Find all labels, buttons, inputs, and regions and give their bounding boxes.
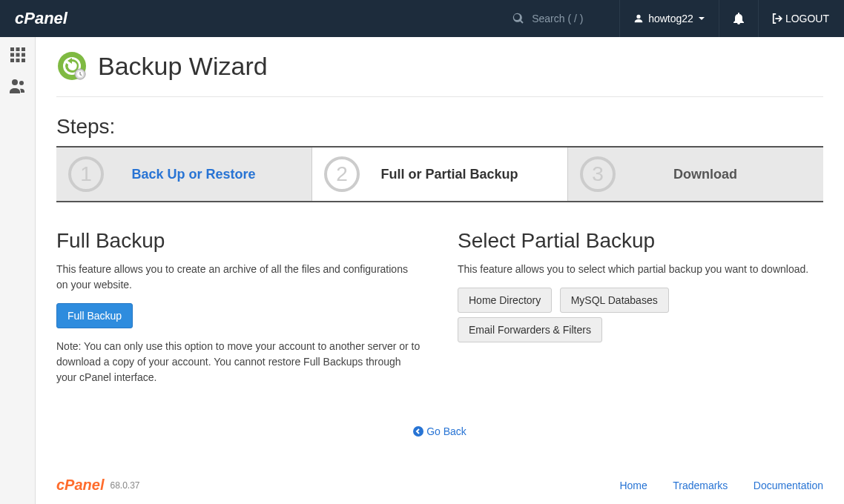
svg-point-10 bbox=[19, 81, 24, 85]
username: howtog22 bbox=[648, 13, 693, 24]
arrow-left-icon bbox=[413, 426, 423, 437]
footer-cpanel-logo: cPanel bbox=[56, 477, 104, 494]
step-2-number: 2 bbox=[324, 156, 360, 192]
svg-rect-1 bbox=[16, 47, 19, 51]
footer: cPanel 68.0.37 Home Trademarks Documenta… bbox=[56, 440, 823, 494]
svg-rect-3 bbox=[10, 53, 14, 57]
step-2: 2 Full or Partial Backup bbox=[312, 147, 568, 201]
footer-version: 68.0.37 bbox=[110, 480, 139, 491]
logout-icon bbox=[772, 13, 782, 24]
partial-backup-desc: This feature allows you to select which … bbox=[458, 262, 823, 277]
page-title: Backup Wizard bbox=[98, 52, 268, 81]
svg-rect-8 bbox=[22, 59, 25, 62]
search-wrap bbox=[512, 13, 606, 24]
step-3-label: Download bbox=[629, 167, 782, 182]
svg-point-15 bbox=[413, 426, 423, 437]
svg-rect-5 bbox=[22, 53, 25, 57]
backup-wizard-icon bbox=[56, 50, 88, 82]
svg-point-9 bbox=[12, 79, 18, 85]
logout-button[interactable]: LOGOUT bbox=[772, 13, 829, 24]
full-backup-desc: This feature allows you to create an arc… bbox=[56, 262, 422, 293]
go-back-label: Go Back bbox=[426, 425, 466, 437]
full-backup-section: Full Backup This feature allows you to c… bbox=[56, 229, 422, 396]
full-backup-note: Note: You can only use this option to mo… bbox=[56, 339, 422, 385]
footer-link-trademarks[interactable]: Trademarks bbox=[673, 480, 728, 491]
full-backup-button[interactable]: Full Backup bbox=[56, 303, 133, 328]
partial-backup-buttons: Home Directory MySQL Databases Email For… bbox=[458, 288, 823, 347]
page-header: Backup Wizard bbox=[56, 50, 823, 97]
step-2-label: Full or Partial Backup bbox=[373, 167, 526, 182]
go-back-wrap: Go Back bbox=[56, 425, 823, 440]
go-back-link[interactable]: Go Back bbox=[413, 425, 466, 437]
steps-row: 1 Back Up or Restore 2 Full or Partial B… bbox=[56, 146, 823, 202]
step-1-number: 1 bbox=[68, 156, 104, 192]
partial-backup-section: Select Partial Backup This feature allow… bbox=[458, 229, 823, 396]
sidebar bbox=[0, 37, 36, 504]
user-icon bbox=[633, 13, 644, 24]
svg-rect-0 bbox=[10, 47, 14, 51]
topbar: cPanel howtog22 LOGOUT bbox=[0, 0, 844, 37]
svg-rect-2 bbox=[22, 47, 25, 51]
footer-link-home[interactable]: Home bbox=[619, 480, 647, 491]
search-input[interactable] bbox=[532, 13, 606, 24]
notifications-icon[interactable] bbox=[733, 13, 745, 24]
chevron-down-icon bbox=[698, 15, 705, 22]
users-icon[interactable] bbox=[8, 77, 27, 96]
apps-icon[interactable] bbox=[9, 46, 27, 64]
footer-link-documentation[interactable]: Documentation bbox=[754, 480, 823, 491]
step-1-label: Back Up or Restore bbox=[117, 167, 270, 182]
steps-label: Steps: bbox=[56, 115, 823, 139]
mysql-databases-button[interactable]: MySQL Databases bbox=[560, 288, 669, 313]
step-3-number: 3 bbox=[580, 156, 616, 192]
svg-rect-4 bbox=[16, 53, 19, 57]
cpanel-logo[interactable]: cPanel bbox=[15, 9, 67, 28]
email-forwarders-button[interactable]: Email Forwarders & Filters bbox=[458, 317, 602, 342]
search-icon[interactable] bbox=[512, 13, 524, 24]
svg-rect-7 bbox=[16, 59, 19, 62]
svg-rect-6 bbox=[10, 59, 14, 62]
home-directory-button[interactable]: Home Directory bbox=[458, 288, 552, 313]
full-backup-heading: Full Backup bbox=[56, 229, 422, 253]
step-1[interactable]: 1 Back Up or Restore bbox=[56, 147, 312, 201]
main-content: Backup Wizard Steps: 1 Back Up or Restor… bbox=[36, 37, 844, 504]
logout-label: LOGOUT bbox=[785, 13, 829, 24]
partial-backup-heading: Select Partial Backup bbox=[458, 229, 823, 253]
user-menu[interactable]: howtog22 bbox=[633, 13, 705, 24]
step-3: 3 Download bbox=[568, 147, 823, 201]
